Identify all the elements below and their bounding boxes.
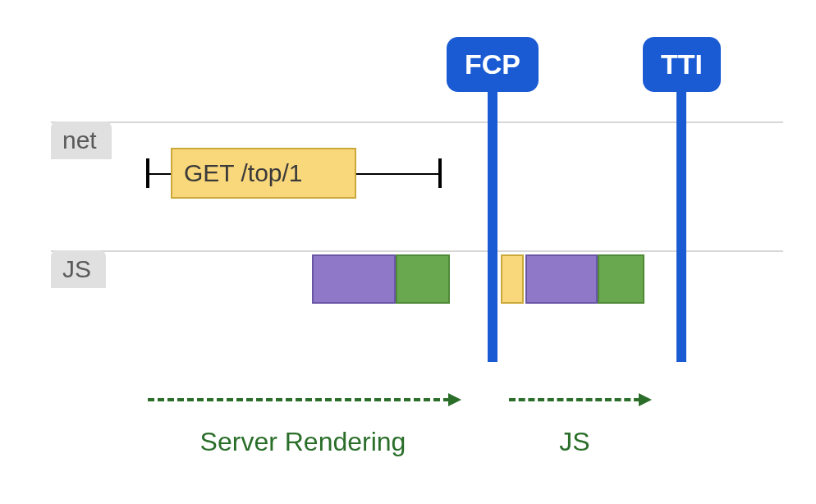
js-block-green-2 bbox=[598, 254, 644, 304]
phase-server-arrowhead bbox=[448, 393, 461, 406]
phase-server-label: Server Rendering bbox=[167, 427, 438, 457]
phase-js-label: JS bbox=[542, 427, 607, 457]
diagram-canvas: net JS FCP TTI GET /top/1 Server Renderi… bbox=[0, 0, 816, 504]
phase-server-arrow bbox=[148, 398, 450, 401]
tti-label: TTI bbox=[643, 37, 721, 92]
js-block-green-1 bbox=[396, 254, 450, 304]
net-track-line bbox=[51, 121, 783, 123]
net-end-tick bbox=[438, 158, 442, 188]
fcp-pole bbox=[488, 89, 497, 362]
net-request-box: GET /top/1 bbox=[171, 148, 356, 199]
tti-pole bbox=[676, 89, 686, 362]
tti-flag: TTI bbox=[643, 37, 721, 92]
lane-label-net: net bbox=[51, 121, 112, 159]
phase-js-arrow bbox=[509, 398, 640, 401]
fcp-label: FCP bbox=[447, 37, 539, 92]
js-block-yellow bbox=[501, 254, 524, 304]
net-start-tick bbox=[146, 158, 149, 188]
net-request: GET /top/1 bbox=[146, 148, 442, 199]
net-request-label: GET /top/1 bbox=[184, 159, 303, 187]
js-block-purple-1 bbox=[312, 254, 396, 304]
js-track-line bbox=[51, 250, 783, 252]
lane-label-js: JS bbox=[51, 250, 106, 288]
fcp-flag: FCP bbox=[447, 37, 539, 92]
phase-js-arrowhead bbox=[639, 393, 652, 406]
js-block-purple-2 bbox=[525, 254, 598, 304]
